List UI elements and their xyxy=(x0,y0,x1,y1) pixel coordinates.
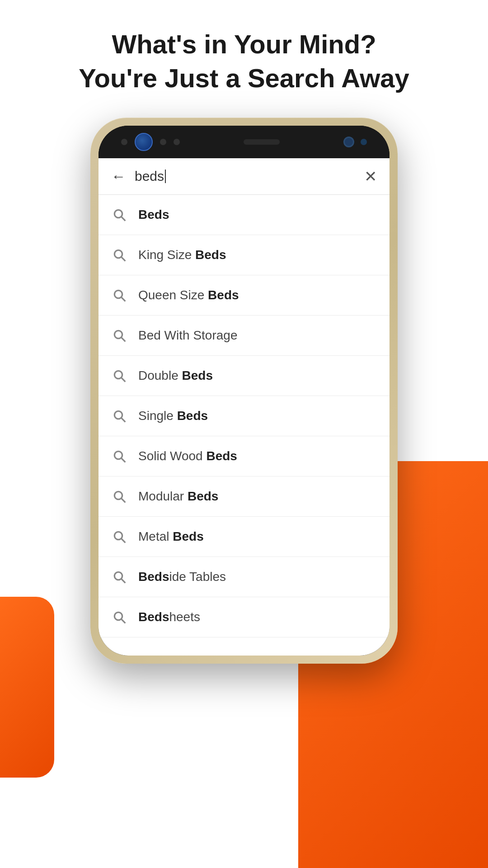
suggestion-text-beds: Beds xyxy=(138,208,169,222)
suggestion-text-bed-with-storage: Bed With Storage xyxy=(138,328,237,343)
notch-sensor xyxy=(361,139,367,145)
search-icon xyxy=(111,408,127,424)
notch-dot2 xyxy=(160,139,166,145)
svg-point-6 xyxy=(114,330,122,338)
search-icon xyxy=(111,207,127,223)
phone-frame: ← beds ✕ Beds King Size Beds Queen Size … xyxy=(90,118,398,664)
search-icon xyxy=(111,247,127,263)
bg-left-accent xyxy=(0,597,54,778)
search-input-display[interactable]: beds xyxy=(135,169,355,184)
svg-point-18 xyxy=(114,572,122,580)
suggestion-item-bedsheets[interactable]: Bedsheets xyxy=(99,597,389,637)
svg-point-14 xyxy=(114,491,122,499)
svg-line-5 xyxy=(122,297,126,302)
svg-point-12 xyxy=(114,451,122,459)
suggestion-text-solid-wood-beds: Solid Wood Beds xyxy=(138,449,237,463)
search-icon xyxy=(111,528,127,545)
suggestion-text-bedside-tables: Bedside Tables xyxy=(138,570,226,584)
notch-speaker xyxy=(244,139,280,145)
suggestion-item-bedside-tables[interactable]: Bedside Tables xyxy=(99,557,389,597)
suggestion-text-single-beds: Single Beds xyxy=(138,409,208,423)
svg-point-10 xyxy=(114,411,122,419)
clear-search-button[interactable]: ✕ xyxy=(364,167,377,185)
svg-point-0 xyxy=(114,210,122,217)
suggestion-text-king-size-beds: King Size Beds xyxy=(138,248,226,262)
notch-right-sensors xyxy=(343,137,367,147)
suggestion-text-bedsheets: Bedsheets xyxy=(138,610,200,624)
suggestion-item-metal-beds[interactable]: Metal Beds xyxy=(99,517,389,557)
svg-line-15 xyxy=(122,499,126,503)
svg-point-8 xyxy=(114,371,122,378)
notch-camera xyxy=(343,137,354,147)
svg-line-7 xyxy=(122,338,126,342)
suggestion-item-double-beds[interactable]: Double Beds xyxy=(99,356,389,396)
header-line1: What's in Your Mind? xyxy=(112,29,376,59)
header-section: What's in Your Mind? You're Just a Searc… xyxy=(0,27,488,95)
notch-left-sensors xyxy=(121,133,180,151)
suggestion-item-queen-size-beds[interactable]: Queen Size Beds xyxy=(99,275,389,316)
suggestion-item-bed-with-storage[interactable]: Bed With Storage xyxy=(99,316,389,356)
search-icon xyxy=(111,327,127,344)
search-icon xyxy=(111,287,127,303)
notch-dot3 xyxy=(174,139,180,145)
svg-line-3 xyxy=(122,257,126,261)
suggestion-list: Beds King Size Beds Queen Size Beds Bed … xyxy=(99,195,389,637)
svg-line-19 xyxy=(122,579,126,583)
suggestion-item-solid-wood-beds[interactable]: Solid Wood Beds xyxy=(99,436,389,476)
suggestion-text-modular-beds: Modular Beds xyxy=(138,489,218,504)
search-icon xyxy=(111,488,127,505)
search-icon xyxy=(111,609,127,625)
suggestion-text-double-beds: Double Beds xyxy=(138,368,213,383)
svg-line-13 xyxy=(122,458,126,462)
suggestion-item-single-beds[interactable]: Single Beds xyxy=(99,396,389,436)
svg-point-16 xyxy=(114,532,122,539)
svg-point-20 xyxy=(114,612,122,620)
svg-line-11 xyxy=(122,418,126,422)
svg-line-1 xyxy=(122,217,126,221)
suggestion-item-modular-beds[interactable]: Modular Beds xyxy=(99,476,389,517)
header-line2: You're Just a Search Away xyxy=(79,63,409,93)
suggestion-text-queen-size-beds: Queen Size Beds xyxy=(138,288,239,302)
search-icon xyxy=(111,368,127,384)
suggestion-item-king-size-beds[interactable]: King Size Beds xyxy=(99,235,389,275)
svg-line-9 xyxy=(122,378,126,382)
notch-dot xyxy=(121,139,127,145)
svg-point-4 xyxy=(114,290,122,298)
phone-screen-wrapper: ← beds ✕ Beds King Size Beds Queen Size … xyxy=(99,126,389,656)
phone-notch xyxy=(99,126,389,158)
svg-line-21 xyxy=(122,619,126,623)
suggestion-text-metal-beds: Metal Beds xyxy=(138,529,204,544)
svg-line-17 xyxy=(122,539,126,543)
search-icon xyxy=(111,569,127,585)
svg-point-2 xyxy=(114,250,122,258)
suggestion-item-beds[interactable]: Beds xyxy=(99,195,389,235)
back-button[interactable]: ← xyxy=(111,168,126,185)
search-bar: ← beds ✕ xyxy=(99,158,389,195)
search-icon xyxy=(111,448,127,464)
search-query-text: beds xyxy=(135,169,164,184)
search-cursor xyxy=(165,170,166,183)
notch-iris-scanner xyxy=(135,133,153,151)
phone-screen-content: ← beds ✕ Beds King Size Beds Queen Size … xyxy=(99,158,389,656)
phone-mockup: ← beds ✕ Beds King Size Beds Queen Size … xyxy=(90,118,398,664)
notch-center xyxy=(244,139,280,145)
